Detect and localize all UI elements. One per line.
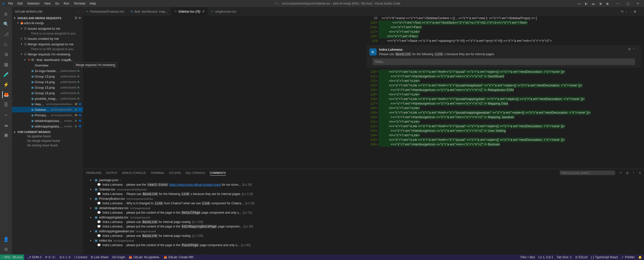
database-icon[interactable]: 🗄 — [3, 101, 10, 108]
search-icon[interactable]: 🔍 — [3, 21, 10, 28]
maximize-button[interactable]: ▢ — [623, 2, 633, 5]
maximize-panel-icon[interactable]: ^ — [633, 171, 634, 174]
explorer-icon[interactable]: 🗎 — [3, 11, 10, 18]
panel-tab-comments[interactable]: COMMENTS — [210, 170, 226, 176]
notifications-icon[interactable]: 🔔 — [638, 255, 642, 259]
comment-line[interactable]: 💬Indra Lukmana·please use BaseLink for i… — [86, 234, 641, 238]
project-node[interactable]: ▾🦊edm-fe-nextjs — [12, 20, 83, 26]
section-issues-mr[interactable]: ▾ISSUES AND MERGE REQUESTS ☰ ⟳ — [12, 16, 83, 20]
comment-file[interactable]: ▾▣Sidebar.tsx\src\components\layouts — [86, 187, 641, 192]
test-icon[interactable]: 🧪 — [3, 71, 10, 78]
comments-filter-input[interactable] — [560, 171, 615, 175]
issues-assigned-node[interactable]: ▾☷Issues assigned to me — [12, 26, 83, 31]
panel-tab-problems[interactable]: PROBLEMS — [86, 170, 101, 175]
panel-tab-output[interactable]: OUTPUT — [106, 170, 117, 175]
branch-indicator[interactable]: ⎇ EDM-3 — [28, 255, 42, 259]
prettier-indicator[interactable]: ✓ Prettier — [621, 255, 635, 259]
layout-panel-bottom-icon[interactable]: ▬ — [591, 2, 596, 5]
thunder-icon[interactable]: ⌁ — [3, 111, 10, 118]
comment-line[interactable]: 💬Indra Lukmana·Why is it changed to Link… — [86, 201, 641, 206]
minimize-button[interactable]: ― — [613, 2, 623, 5]
mr-item[interactable]: ▾⇅!5 · feat: dashboard, mappi... — [12, 57, 83, 62]
scm-icon[interactable]: ⎇ — [3, 31, 10, 38]
extensions-icon[interactable]: ▦ — [3, 61, 10, 68]
more-tab-actions-icon[interactable]: ⋯ — [639, 10, 641, 13]
menu-help[interactable]: Help — [88, 1, 98, 6]
file-item[interactable]: ▣Group 16.pngpublic/assetsA — [12, 90, 83, 96]
layout-customize-icon[interactable]: ▦ — [605, 2, 610, 5]
comment-file[interactable]: ▾▣package.json\ — [86, 178, 641, 182]
remote-indicator[interactable]: ⟐ WSL: WLinux — [0, 254, 24, 260]
close-panel-icon[interactable]: ✕ — [639, 171, 641, 175]
settings-gear-icon[interactable]: ⚙ — [3, 246, 10, 253]
comment-line[interactable]: 💬Indra Lukmana·please put the content of… — [86, 224, 641, 229]
account-icon[interactable]: 👤 — [3, 236, 10, 243]
settings-icon[interactable]: ⚙ — [628, 48, 631, 51]
connect-indicator[interactable]: ⟟ Connect — [74, 255, 87, 259]
split-editor-icon[interactable]: ▥ — [634, 10, 636, 13]
menu-go[interactable]: Go — [53, 1, 61, 6]
section-current-branch[interactable]: ▾FOR CURRENT BRANCH — [12, 130, 83, 134]
debug-icon[interactable]: ▷ — [3, 41, 10, 48]
comment-file[interactable]: ▾▣PrimaryButton.tsx\src\components\links — [86, 196, 641, 201]
comment-line[interactable]: 💬Indra Lukmana·please use the react-icon… — [86, 182, 641, 187]
editor-left[interactable] — [83, 16, 364, 169]
bolt-icon[interactable]: ⚡ — [3, 81, 10, 88]
gitlab-icon[interactable]: 🦊 — [2, 91, 9, 98]
comment-file[interactable]: ▾▣editmappingdata.tsx\src\pages\pusat — [86, 215, 641, 220]
editor-tab[interactable]: ⚛PertanyaanEvaluasi.tsx — [83, 7, 128, 16]
collapse-icon[interactable]: ⌃ — [633, 48, 635, 51]
panel-tab-debug-console[interactable]: DEBUG CONSOLE — [122, 170, 146, 175]
reply-input[interactable]: Reply... — [373, 58, 635, 65]
more-actions-icon[interactable]: ⋯ — [77, 10, 80, 13]
layout-indicator[interactable]: Flex + Box — [521, 255, 535, 259]
language-mode[interactable]: { } TypeScript React — [591, 255, 618, 259]
liveshare-indicator[interactable]: ⧉ Live Share — [91, 255, 108, 259]
file-item[interactable]: ▣youtube_image.pngpublic/assetsA — [12, 96, 83, 101]
filter-icon[interactable]: ☰ — [75, 16, 77, 20]
gitlab-createmr-indicator[interactable]: 🦊 GitLab: Create MR. — [164, 255, 194, 259]
menu-file[interactable]: File — [6, 1, 15, 6]
gitlab-pipeline-indicator[interactable]: 🦊 GitLab: No pipeline. — [129, 255, 160, 259]
cloud-icon[interactable]: ☁ — [3, 121, 10, 128]
next-change-icon[interactable]: ↓ — [630, 10, 631, 13]
editor-tab[interactable]: ⇅feat: dashboard, map... — [128, 7, 171, 16]
close-window-button[interactable]: ✕ — [633, 2, 643, 5]
comment-file[interactable]: ▾▣index.tsx\src\pages\pusat — [86, 238, 641, 243]
file-item[interactable]: ▣Group 13.pngpublic/assetsA — [12, 74, 83, 79]
layout-sidebar-right-icon[interactable]: ◨ — [598, 2, 603, 5]
diff-view-icon[interactable]: ⇆ — [621, 10, 623, 13]
editor-tab[interactable]: ⚛rangkuman.tsx — [208, 7, 239, 16]
panel-tab-gitlens[interactable]: GITLENS — [169, 170, 181, 175]
eslint-indicator[interactable]: ⊘ ESLint — [575, 255, 587, 259]
comment-line[interactable]: 💬Indra Lukmana·please put the content of… — [86, 243, 641, 247]
editor-tab[interactable]: ⚛Sidebar.tsx (!5)✕ — [171, 7, 208, 16]
problems-indicator[interactable]: ⊘ 0 ⚠ 0 — [59, 255, 70, 259]
comment-file[interactable]: ▾▣detailrekapitulasi.tsx\src\pages\pusat — [86, 206, 641, 210]
menu-edit[interactable]: Edit — [15, 1, 25, 6]
filter-funnel-icon[interactable]: ▽ — [620, 171, 622, 175]
file-item[interactable]: ▣Header.tsxsrc/components/layo...M — [12, 101, 83, 107]
issues-created-node[interactable]: ▸☷Issues created by me — [12, 36, 83, 41]
menu-terminal[interactable]: Terminal — [72, 1, 87, 6]
editor-right[interactable]: 88=="s">"k">const =="s">"t em">SidebarCo… — [364, 16, 644, 169]
gitgraph-indicator[interactable]: Git Graph — [112, 255, 125, 259]
file-item[interactable]: ▣detailrekapitulasi.tsxsrc/pa...A — [12, 118, 83, 123]
layout-panel-icon[interactable]: ▭ — [577, 2, 582, 5]
menu-view[interactable]: View — [42, 1, 53, 6]
comment-file[interactable]: ▾▣editmappingjawaban.tsx\src\pages\pusat — [86, 229, 641, 234]
panel-tab-terminal[interactable]: TERMINAL — [150, 170, 165, 175]
panel-tab-sql-console[interactable]: SQL CONSOLE — [185, 170, 205, 175]
overview-item[interactable]: Overview — [12, 62, 83, 68]
file-item[interactable]: ▣PrimaryButton.tsxsrc/components/l...M — [12, 112, 83, 118]
refresh-icon[interactable]: ⟳ — [79, 16, 81, 20]
remote-icon[interactable]: 🖥 — [3, 51, 10, 58]
collapse-all-icon[interactable]: ⊟ — [626, 171, 628, 175]
file-item[interactable]: ▣Group 15.pngpublic/assetsA — [12, 85, 83, 90]
terminal-icon[interactable]: ▣ — [3, 132, 10, 139]
comment-line[interactable]: 💬Indra Lukmana·Please use BaseLink for t… — [86, 192, 641, 196]
menu-run[interactable]: Run — [62, 1, 71, 6]
file-item[interactable]: ▣3x-logo-header.pngpublic/assetsA — [12, 68, 83, 74]
mr-assigned-node[interactable]: ▾☷Merge requests assigned to me — [12, 41, 83, 47]
cursor-position[interactable]: Ln 1, Col 1 — [539, 255, 553, 259]
